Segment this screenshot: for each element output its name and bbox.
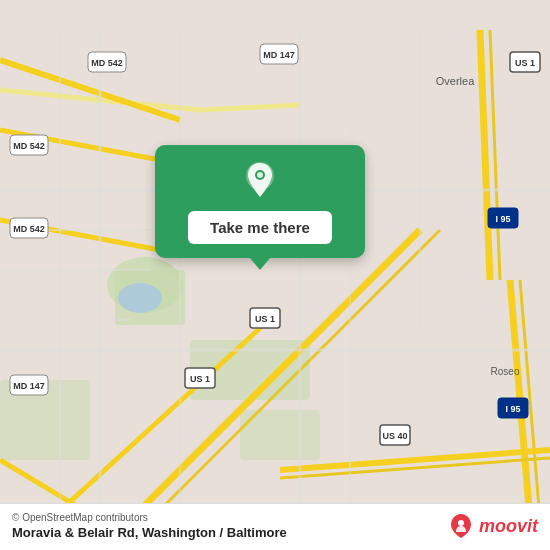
map-background: MD 542 MD 542 MD 542 MD 147 MD 147 US 1 … <box>0 0 550 550</box>
location-pin-icon <box>238 159 282 203</box>
svg-text:US 1: US 1 <box>515 58 535 68</box>
svg-text:US 1: US 1 <box>190 374 210 384</box>
location-label: Moravia & Belair Rd, Washington / Baltim… <box>12 525 287 540</box>
osm-attribution: © OpenStreetMap contributors <box>12 512 287 523</box>
svg-text:I 95: I 95 <box>495 214 510 224</box>
svg-text:I 95: I 95 <box>505 404 520 414</box>
svg-text:US 40: US 40 <box>382 431 407 441</box>
svg-text:Overlea: Overlea <box>436 75 475 87</box>
bottom-bar: © OpenStreetMap contributors Moravia & B… <box>0 503 550 550</box>
svg-text:MD 542: MD 542 <box>13 224 45 234</box>
moovit-brand-text: moovit <box>479 516 538 537</box>
svg-point-60 <box>458 520 464 526</box>
svg-point-6 <box>118 283 162 313</box>
svg-text:MD 542: MD 542 <box>13 141 45 151</box>
moovit-logo: moovit <box>447 512 538 540</box>
moovit-brand-icon <box>447 512 475 540</box>
map-container: MD 542 MD 542 MD 542 MD 147 MD 147 US 1 … <box>0 0 550 550</box>
bottom-left-info: © OpenStreetMap contributors Moravia & B… <box>12 512 287 540</box>
svg-text:MD 542: MD 542 <box>91 58 123 68</box>
location-popup-card: Take me there <box>155 145 365 258</box>
svg-text:US 1: US 1 <box>255 314 275 324</box>
svg-point-59 <box>257 172 263 178</box>
svg-text:MD 147: MD 147 <box>13 381 45 391</box>
svg-text:Roseo: Roseo <box>491 366 520 377</box>
take-me-there-button[interactable]: Take me there <box>188 211 332 244</box>
svg-text:MD 147: MD 147 <box>263 50 295 60</box>
